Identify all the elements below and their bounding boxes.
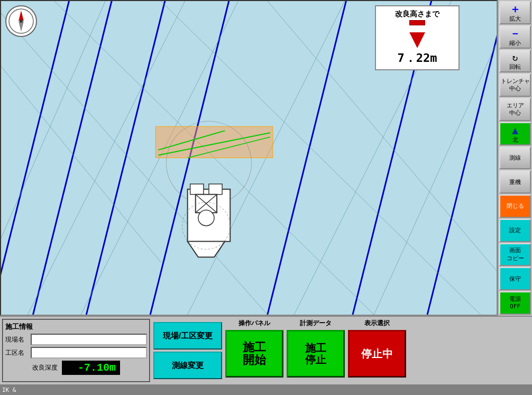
map-container[interactable]: 改良高さまで ▼ 7．22m [0,0,498,316]
operation-panel: 操作パネル 施工 開始 [225,319,283,382]
svg-point-36 [20,20,23,23]
height-value: 7．22m [381,50,453,66]
depth-value: -7.10m [62,361,120,375]
survey-line-label: 測線 [509,154,521,161]
height-indicator: 改良高さまで ▼ 7．22m [375,5,460,70]
survey-line-button[interactable]: 測線 [499,146,531,170]
zoom-in-button[interactable]: ＋ 拡大 [499,1,531,24]
close-label: 閉じる [507,203,524,209]
site-label: 現場名 [5,335,31,344]
app: 改良高さまで ▼ 7．22m ＋ 拡大 － 縮小 ↻ [0,0,532,395]
depth-label: 改良深度 [32,363,58,372]
rotate-button[interactable]: ↻ 回転 [499,50,531,73]
measurement-panel-title: 計測データ [300,319,332,328]
trench-center-button[interactable]: トレンチャ中心 [499,74,531,97]
height-arrow: ▼ [381,26,453,50]
line-change-button[interactable]: 測線変更 [153,352,222,379]
svg-rect-25 [190,184,204,195]
save-button[interactable]: 保守 [499,267,531,290]
status-text: IK & [2,387,16,393]
screen-copy-label: 画面コピー [507,247,524,262]
section-input[interactable] [31,347,147,359]
settings-button[interactable]: 設定 [499,219,531,242]
site-input[interactable] [31,334,147,345]
close-button[interactable]: 閉じる [499,195,531,218]
area-center-label: エリア中心 [507,102,524,117]
depth-row: 改良深度 -7.10m [5,361,147,375]
status-bar: IK & [0,384,532,395]
save-label: 保守 [509,275,521,282]
bottom-panel: 施工情報 現場名 工区名 改良深度 -7.10m 現場/工区変更 測線変更 操作… [0,316,532,384]
section-row: 工区名 [5,347,147,359]
site-row: 現場名 [5,334,147,345]
construction-info-title: 施工情報 [5,322,147,332]
display-stop-button[interactable]: 停止中 [348,330,406,378]
svg-rect-19 [155,126,273,158]
zoom-out-button[interactable]: － 縮小 [499,25,531,49]
display-panel-title: 表示選択 [364,319,390,328]
plus-icon: ＋ [510,3,520,15]
area-center-button[interactable]: エリア中心 [499,98,531,121]
power-label: 電源OFF [509,296,521,311]
rotate-label: 回転 [509,63,521,70]
minus-icon: － [510,27,520,40]
screen-copy-button[interactable]: 画面コピー [499,243,531,267]
site-change-button[interactable]: 現場/工区変更 [153,322,222,350]
north-arrow-icon: ▲ [512,124,518,136]
rotate-icon: ↻ [512,52,518,63]
display-panel: 表示選択 停止中 [348,319,406,382]
section-label: 工区名 [5,348,31,357]
measurement-panel: 計測データ 施工 停止 [287,319,345,382]
svg-point-30 [198,210,214,226]
stop-construction-button[interactable]: 施工 停止 [287,330,345,378]
heavy-machine-button[interactable]: 重機 [499,170,531,194]
operation-panel-title: 操作パネル [239,319,270,328]
north-label: 北 [512,136,518,143]
change-buttons: 現場/工区変更 測線変更 [153,319,222,382]
sidebar: ＋ 拡大 － 縮小 ↻ 回転 トレンチャ中心 エリア中心 ▲ [498,0,532,316]
compass [5,5,37,37]
svg-rect-26 [209,184,222,195]
construction-info: 施工情報 現場名 工区名 改良深度 -7.10m [2,319,150,382]
zoom-out-label: 縮小 [509,40,521,47]
trench-center-label: トレンチャ中心 [501,78,530,93]
heavy-machine-label: 重機 [509,179,521,186]
height-title: 改良高さまで [381,10,453,19]
main-area: 改良高さまで ▼ 7．22m ＋ 拡大 － 縮小 ↻ [0,0,532,316]
power-button[interactable]: 電源OFF [499,291,531,315]
zoom-in-label: 拡大 [509,15,521,22]
start-construction-button[interactable]: 施工 開始 [225,330,283,378]
north-button[interactable]: ▲ 北 [499,122,531,145]
settings-label: 設定 [509,227,521,234]
